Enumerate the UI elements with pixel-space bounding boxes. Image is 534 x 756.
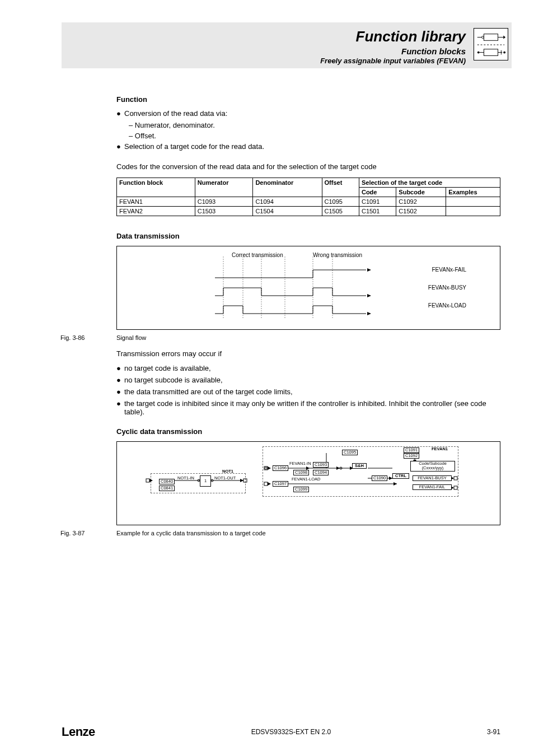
fevan1-fail-box: FEVAN1-FAIL (413, 484, 452, 490)
svg-rect-28 (243, 479, 247, 482)
ctrl-box: CTRL (392, 473, 409, 479)
bullet-text: Conversion of the read data via: (124, 109, 498, 118)
page-subtitle-2: Freely assignable input variables (FEVAN… (320, 57, 466, 65)
fevan1-load-label: FEVAN1-LOAD (292, 477, 321, 482)
bullet-text: no target subcode is available, (124, 376, 498, 384)
document-id: EDSVS9332S-EXT EN 2.0 (251, 728, 331, 736)
svg-point-11 (503, 52, 505, 54)
cell-num: C1503 (195, 206, 253, 216)
header-text-block: Function library Function blocks Freely … (320, 28, 466, 65)
function-heading: Function (116, 95, 500, 104)
th-offset: Offset (322, 178, 359, 197)
content-area: Function ●Conversion of the read data vi… (116, 95, 500, 536)
code-subcode-box: Code/Subcode (Cxxxx/yyy) (410, 461, 455, 472)
bullet-text: the data transmitted are out of the targ… (124, 388, 498, 396)
signal-load-label: FEVANx-LOAD (428, 302, 466, 309)
cell-den: C1504 (253, 206, 322, 216)
function-bullet-2: ●Selection of a target code for the read… (116, 142, 500, 151)
svg-point-1 (482, 36, 484, 39)
cell-sub: C1502 (396, 206, 446, 216)
timing-diagram: Correct transmission Wrong transmission … (116, 246, 500, 330)
sh-box: S&H (352, 463, 367, 469)
code-subcode-format: (Cxxxx/yyy) (412, 466, 453, 470)
page-title: Function library (320, 28, 466, 45)
cell-num: C1093 (195, 197, 253, 206)
function-bullet-1: ●Conversion of the read data via: (116, 109, 500, 118)
svg-rect-8 (484, 49, 498, 56)
th-examples: Examples (446, 187, 500, 197)
brand-logo: Lenze (62, 725, 95, 739)
table-row: FEVAN1 C1093 C1094 C1095 C1091 C1092 (117, 197, 500, 206)
c1097-box: C1097 (273, 481, 288, 487)
cell-den: C1094 (253, 197, 322, 206)
cell-fb: FEVAN1 (117, 197, 195, 206)
error-bullet-4: ●the target code is inhibited since it m… (116, 399, 500, 416)
svg-marker-4 (503, 36, 505, 39)
error-bullet-2: ●no target subcode is available, (116, 376, 500, 384)
th-subcode: Subcode (396, 187, 446, 197)
cell-off: C1095 (322, 197, 359, 206)
c1098-box: C1098 (293, 470, 309, 475)
figure-caption: Signal flow (116, 334, 146, 341)
cell-ex (446, 197, 500, 206)
c1090-box: C1090 (372, 475, 387, 481)
c1093-box: C1093 (313, 462, 329, 468)
figure-87-caption-row: Fig. 3-87 Example for a cyclic data tran… (116, 530, 500, 536)
th-function-block: Function block (117, 178, 195, 197)
page-number: 3-91 (487, 728, 500, 736)
cell-code: C1091 (359, 197, 396, 206)
cell-sub: C1092 (396, 197, 446, 206)
c1092-box: C1092 (404, 453, 419, 459)
th-numerator: Numerator (195, 178, 253, 197)
th-denominator: Denominator (253, 178, 322, 197)
bullet-text: Selection of a target code for the read … (124, 142, 498, 151)
error-bullet-1: ●no target code is available, (116, 364, 500, 372)
cyclic-heading: Cyclic data transmission (116, 427, 500, 436)
c1096-box: C1096 (273, 465, 288, 471)
cell-fb: FEVAN2 (117, 206, 195, 216)
figure-number: Fig. 3-87 (60, 530, 100, 536)
c1094-box: C1094 (313, 470, 329, 475)
signal-busy-label: FEVANx-BUSY (428, 284, 466, 291)
codes-intro: Codes for the conversion of the read dat… (116, 162, 500, 172)
codes-table: Function block Numerator Denominator Off… (116, 178, 500, 216)
function-sub-1: – Numerator, denominator. (129, 121, 500, 129)
c1099-box: C1099 (293, 487, 309, 492)
function-sub-2: – Offset. (129, 132, 500, 140)
svg-marker-22 (149, 479, 153, 482)
error-bullet-3: ●the data transmitted are out of the tar… (116, 388, 500, 396)
figure-number: Fig. 3-86 (60, 334, 100, 341)
data-transmission-heading: Data transmission (116, 232, 500, 240)
c1091-box: C1091 (404, 447, 419, 453)
svg-rect-21 (146, 479, 149, 482)
fevan1-in-label: FEVAN1-IN (289, 461, 311, 466)
transmission-errors-intro: Transmission errors may occur if (116, 349, 500, 359)
cyclic-block-diagram: NOT1 NOT1-IN NOT1-OUT C0840 C0841 1 (116, 441, 500, 525)
block-diagram-icon (474, 28, 508, 60)
th-selection-super: Selection of the target code (359, 178, 500, 187)
th-code: Code (359, 187, 396, 197)
page-header: Function library Function blocks Freely … (62, 22, 512, 68)
svg-rect-2 (484, 34, 498, 41)
bullet-text: no target code is available, (124, 364, 498, 372)
cell-ex (446, 206, 500, 216)
page-subtitle-1: Function blocks (320, 46, 466, 56)
fevan1-label: FEVAN1 (432, 446, 448, 451)
cell-code: C1501 (359, 206, 396, 216)
figure-caption: Example for a cyclic data transmission t… (116, 530, 266, 536)
svg-marker-27 (240, 479, 243, 482)
fevan1-busy-box: FEVAN1-BUSY (413, 475, 452, 481)
c1095-box: C1095 (342, 450, 358, 455)
svg-point-6 (477, 52, 480, 54)
signal-fail-label: FEVANx-FAIL (432, 267, 467, 273)
cell-off: C1505 (322, 206, 359, 216)
bullet-text: the target code is inhibited since it ma… (124, 399, 498, 416)
figure-86-caption-row: Fig. 3-86 Signal flow (116, 334, 500, 341)
page-footer: Lenze EDSVS9332S-EXT EN 2.0 3-91 (0, 725, 534, 739)
table-row: FEVAN2 C1503 C1504 C1505 C1501 C1502 (117, 206, 500, 216)
